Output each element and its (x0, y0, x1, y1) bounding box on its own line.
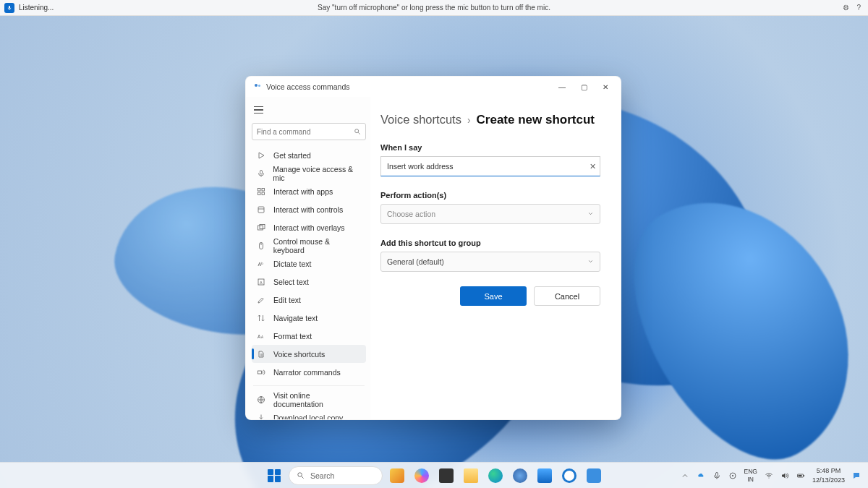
svg-rect-7 (262, 188, 265, 191)
system-tray: ENG IN 5:48 PM 12/13/2023 (681, 467, 868, 484)
svg-rect-31 (798, 475, 801, 476)
settings-button[interactable] (510, 466, 530, 486)
svg-rect-30 (804, 475, 804, 476)
sidebar-item-label: Navigate text (273, 314, 318, 322)
start-button[interactable] (264, 466, 284, 486)
gear-icon (513, 468, 527, 483)
close-button[interactable]: ✕ (595, 77, 616, 97)
sidebar-item-navigate[interactable]: Navigate text (252, 309, 366, 327)
voice-access-taskbar-button[interactable] (584, 466, 604, 486)
edit-icon (256, 295, 266, 305)
notifications-icon[interactable] (852, 471, 861, 480)
add-to-group-label: Add this shortcut to group (380, 239, 600, 247)
sidebar-item-dictate[interactable]: AᵇDictate text (252, 254, 366, 273)
sidebar-item-label: Download local copy (273, 414, 343, 420)
select-icon: A (256, 277, 266, 287)
voice-hint-text: Say "turn off microphone" or long press … (0, 4, 868, 12)
svg-rect-25 (715, 472, 718, 476)
sidebar-item-mic[interactable]: Manage voice access & mic (252, 164, 366, 182)
svg-line-24 (302, 476, 304, 479)
svg-text:A: A (261, 335, 263, 338)
svg-rect-13 (260, 224, 265, 228)
clear-input-icon[interactable]: ✕ (590, 162, 596, 171)
sidebar-item-mouse[interactable]: Control mouse & keyboard (252, 236, 366, 254)
breadcrumb-parent[interactable]: Voice shortcuts (380, 113, 461, 127)
chevron-down-icon (587, 210, 594, 218)
command-search-input[interactable] (257, 128, 354, 136)
wifi-icon[interactable] (765, 471, 773, 480)
maximize-button[interactable]: ▢ (573, 77, 595, 97)
group-dropdown[interactable]: General (default) (380, 252, 600, 272)
store-button[interactable] (535, 466, 555, 486)
chevron-down-icon (587, 257, 594, 266)
cancel-button[interactable]: Cancel (534, 286, 600, 306)
sidebar-item-download[interactable]: Download local copy (252, 408, 366, 419)
copilot-button[interactable] (412, 466, 432, 486)
mouse-icon (256, 241, 266, 251)
sidebar-item-controls[interactable]: Interact with controls (252, 200, 366, 218)
edge-icon (488, 468, 503, 483)
tray-chevron-up-icon[interactable] (681, 471, 689, 480)
svg-point-23 (298, 473, 302, 477)
sidebar-item-label: Voice shortcuts (273, 350, 325, 359)
taskview-icon (390, 468, 404, 483)
hamburger-menu-button[interactable] (252, 101, 269, 119)
file-explorer-button[interactable] (461, 466, 481, 486)
language-indicator[interactable]: ENG IN (744, 468, 757, 482)
sidebar-item-format[interactable]: AAFormat text (252, 327, 366, 345)
sidebar-item-narrator[interactable]: Narrator commands (252, 363, 366, 381)
accessibility-button[interactable] (559, 466, 579, 486)
when-i-say-input[interactable] (380, 156, 600, 176)
svg-rect-21 (258, 371, 262, 374)
sidebar-item-label: Narrator commands (273, 368, 341, 377)
mic-icon (256, 168, 265, 179)
voice-access-commands-window: Voice access commands — ▢ ✕ Get startedM… (245, 76, 621, 420)
svg-text:A: A (258, 333, 261, 338)
sidebar-item-label: Interact with controls (273, 205, 343, 214)
sidebar: Get startedManage voice access & micInte… (246, 97, 370, 419)
svg-rect-10 (258, 207, 264, 213)
mic-tray-icon[interactable] (712, 471, 721, 480)
titlebar[interactable]: Voice access commands — ▢ ✕ (246, 77, 621, 97)
app-icon (439, 468, 454, 483)
window-title: Voice access commands (266, 82, 350, 91)
command-search-box[interactable] (252, 123, 366, 140)
sidebar-item-play[interactable]: Get started (252, 146, 366, 164)
svg-rect-6 (258, 188, 261, 191)
sidebar-item-globe[interactable]: Visit online documentation (252, 390, 366, 408)
onedrive-icon[interactable] (697, 471, 705, 480)
sidebar-item-label: Format text (273, 332, 312, 341)
store-icon (537, 468, 552, 483)
svg-point-27 (732, 475, 733, 476)
sidebar-item-select[interactable]: ASelect text (252, 273, 366, 291)
perform-actions-label: Perform action(s) (380, 191, 600, 200)
svg-rect-9 (262, 192, 265, 195)
sidebar-item-label: Manage voice access & mic (273, 165, 362, 182)
sidebar-item-shortcut[interactable]: Voice shortcuts (252, 345, 366, 363)
sidebar-item-apps[interactable]: Interact with apps (252, 182, 366, 200)
sidebar-item-label: Interact with overlays (273, 223, 345, 232)
sidebar-item-edit[interactable]: Edit text (252, 291, 366, 309)
save-button[interactable]: Save (460, 286, 527, 306)
choose-action-dropdown[interactable]: Choose action (380, 204, 600, 224)
voice-access-bar: Listening... Say "turn off microphone" o… (0, 0, 868, 16)
apps-icon (256, 187, 266, 197)
pinned-app-1[interactable] (436, 466, 456, 486)
sidebar-item-label: Dictate text (273, 260, 312, 268)
edge-button[interactable] (485, 466, 506, 486)
sidebar-item-label: Visit online documentation (273, 391, 362, 408)
breadcrumb-current: Create new shortcut (477, 113, 595, 127)
search-icon (297, 471, 305, 479)
clock[interactable]: 5:48 PM 12/13/2023 (812, 467, 845, 484)
sidebar-item-label: Control mouse & keyboard (273, 237, 362, 254)
volume-icon[interactable] (780, 471, 789, 480)
sidebar-item-label: Interact with apps (273, 187, 333, 196)
taskview-button[interactable] (387, 466, 407, 486)
app-icon (253, 82, 262, 91)
taskbar-search[interactable]: Search (289, 466, 383, 485)
location-icon[interactable] (728, 471, 737, 480)
minimize-button[interactable]: — (551, 77, 573, 97)
battery-icon[interactable] (796, 471, 805, 480)
sidebar-item-overlays[interactable]: Interact with overlays (252, 218, 366, 236)
shortcut-icon (256, 349, 266, 359)
